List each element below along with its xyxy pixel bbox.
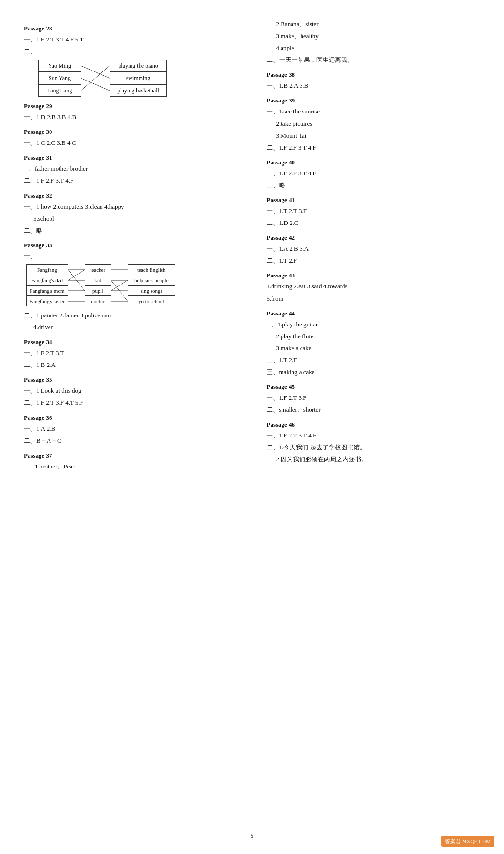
p33-lines-left <box>68 264 85 306</box>
p44-s1c: 3.make a cake <box>276 343 481 354</box>
p40-s1: 一、1.F 2.F 3.T 4.F <box>267 168 481 179</box>
watermark: 答案君 MXQE.COM <box>441 836 494 847</box>
passage-46-title: Passage 46 <box>267 421 481 428</box>
passage-42-title: Passage 42 <box>267 234 481 242</box>
p33-right: teach English help sick people sing song… <box>128 264 175 306</box>
passage-39-title: Passage 39 <box>267 97 481 104</box>
passage-43-title: Passage 43 <box>267 272 481 279</box>
p31-s1: 、father mother brother <box>29 163 238 174</box>
p33-m1: kid <box>85 275 111 285</box>
p33-m3: doctor <box>85 296 111 306</box>
passage-33-title: Passage 33 <box>24 242 238 249</box>
p33-l2: Fangfang's mom <box>26 285 68 296</box>
svg-line-8 <box>68 270 85 280</box>
p44-s2: 二、1.T 2.F <box>267 355 481 366</box>
p28-left-2: Lang Lang <box>38 84 81 97</box>
p28-right-col: playing the piano swimming playing baske… <box>110 60 167 97</box>
p32-s1: 一、1.how 2.computers 3.clean 4.happy <box>24 202 238 212</box>
passage-31-title: Passage 31 <box>24 154 238 162</box>
p33-s2: 二、1.painter 2.famer 3.policeman <box>24 310 238 321</box>
p33-matching: Fangfang Fangfang's dad Fangfang's mom F… <box>26 264 238 306</box>
p33-r0: teach English <box>128 264 175 275</box>
passage-38-title: Passage 38 <box>267 71 481 79</box>
p39-s1c: 3.Mount Tai <box>276 131 481 141</box>
p33-m2: pupil <box>85 285 111 296</box>
p33-l3: Fangfang's sister <box>26 296 68 306</box>
p33-s1-label: 一、 <box>24 251 238 262</box>
p41-s2: 二、1.D 2.C <box>267 218 481 228</box>
p37-s1: 、1.brother、Pear <box>29 461 238 472</box>
p33-s2b: 4.driver <box>33 322 238 333</box>
p28-right-2: playing basketball <box>110 84 167 97</box>
p39-s1a: 一、1.see the sunrise <box>267 106 481 117</box>
p38-s1: 一、1.B 2.A 3.B <box>267 81 481 91</box>
p40-s2: 二、略 <box>267 180 481 191</box>
p45-s2: 二、smaller、shorter <box>267 405 481 415</box>
p31-s2: 二、1.F 2.F 3.T 4.F <box>24 175 238 186</box>
p28-section1: 一、1.F 2.T 3.T 4.F 5.T <box>24 34 238 45</box>
p28-left-0: Yao Ming <box>38 60 81 72</box>
column-divider <box>252 19 252 473</box>
p29-s1: 一、1.D 2.B 3.B 4.B <box>24 112 238 122</box>
p36-s2: 二、B－A－C <box>24 436 238 446</box>
p33-mid: teacher kid pupil doctor <box>85 264 111 306</box>
left-column: Passage 28 一、1.F 2.T 3.T 4.F 5.T 二、 Yao … <box>24 19 247 473</box>
p33-l0: Fangfang <box>26 264 68 275</box>
passage-30-title: Passage 30 <box>24 128 238 136</box>
p34-s2: 二、1.B 2.A <box>24 360 238 370</box>
svg-line-14 <box>111 280 128 291</box>
svg-line-0 <box>81 66 110 78</box>
p43-s1b: 5.from <box>267 294 481 304</box>
svg-line-2 <box>81 66 110 91</box>
p28-matching: Yao Ming Sun Yang Lang Lang playing the … <box>38 60 238 97</box>
right-column: 2.Banana、sister 3.make、healthy 4.apple 二… <box>257 19 490 473</box>
p28-left-col: Yao Ming Sun Yang Lang Lang <box>38 60 81 97</box>
p33-r2: sing songs <box>128 285 175 296</box>
p28-section2-label: 二、 <box>24 46 238 57</box>
p44-s1a: 、1.play the guitar <box>272 319 481 330</box>
passage-32-title: Passage 32 <box>24 192 238 200</box>
p37-cont-2: 2.Banana、sister <box>276 19 481 30</box>
p46-s2b: 2.因为我们必须在两周之内还书。 <box>276 454 481 465</box>
p28-right-1: swimming <box>110 72 167 84</box>
passage-37-title: Passage 37 <box>24 452 238 459</box>
p33-lines-right <box>111 264 128 306</box>
p28-left-1: Sun Yang <box>38 72 81 84</box>
p39-s1b: 2.take pictures <box>276 119 481 129</box>
p41-s1: 一、1.T 2.T 3.F <box>267 206 481 216</box>
p33-m0: teacher <box>85 264 111 275</box>
p43-s1: 1.drinking 2.eat 3.said 4.towards <box>267 281 481 292</box>
p42-s2: 二、1.T 2.F <box>267 255 481 266</box>
p42-s1: 一、1.A 2.B 3.A <box>267 244 481 254</box>
page-number: 5 <box>251 832 254 840</box>
p28-lines <box>81 60 110 97</box>
passage-34-title: Passage 34 <box>24 338 238 346</box>
p44-s1b: 2.play the flute <box>276 331 481 342</box>
p30-s1: 一、1.C 2.C 3.B 4.C <box>24 138 238 148</box>
p28-right-0: playing the piano <box>110 60 167 72</box>
passage-41-title: Passage 41 <box>267 196 481 204</box>
passage-35-title: Passage 35 <box>24 376 238 384</box>
passage-36-title: Passage 36 <box>24 414 238 422</box>
passage-40-title: Passage 40 <box>267 159 481 166</box>
passage-44-title: Passage 44 <box>267 310 481 317</box>
p33-r1: help sick people <box>128 275 175 285</box>
p34-s1: 一、1.F 2.T 3.T <box>24 348 238 358</box>
p39-s2: 二、1.F 2.F 3.T 4.F <box>267 142 481 153</box>
p45-s1: 一、1.F 2.T 3.F <box>267 393 481 403</box>
p44-s3: 三、making a cake <box>267 367 481 377</box>
p35-s2: 二、1.F 2.T 3.F 4.T 5.F <box>24 397 238 408</box>
p33-r3: go to school <box>128 296 175 306</box>
passage-45-title: Passage 45 <box>267 383 481 391</box>
p33-l1: Fangfang's dad <box>26 275 68 285</box>
p46-s1: 一、1.F 2.T 3.T 4.F <box>267 430 481 441</box>
p35-s1: 一、1.Look at this dog <box>24 386 238 396</box>
svg-line-1 <box>81 78 110 91</box>
passage-28-title: Passage 28 <box>24 25 238 32</box>
p36-s1: 一、1.A 2.B <box>24 424 238 434</box>
passage-29-title: Passage 29 <box>24 102 238 110</box>
p32-s2: 二、略 <box>24 225 238 236</box>
p33-left: Fangfang Fangfang's dad Fangfang's mom F… <box>26 264 68 306</box>
p37-cont-3: 3.make、healthy <box>276 31 481 41</box>
p37-s2: 二、一天一苹果，医生远离我。 <box>267 55 481 65</box>
